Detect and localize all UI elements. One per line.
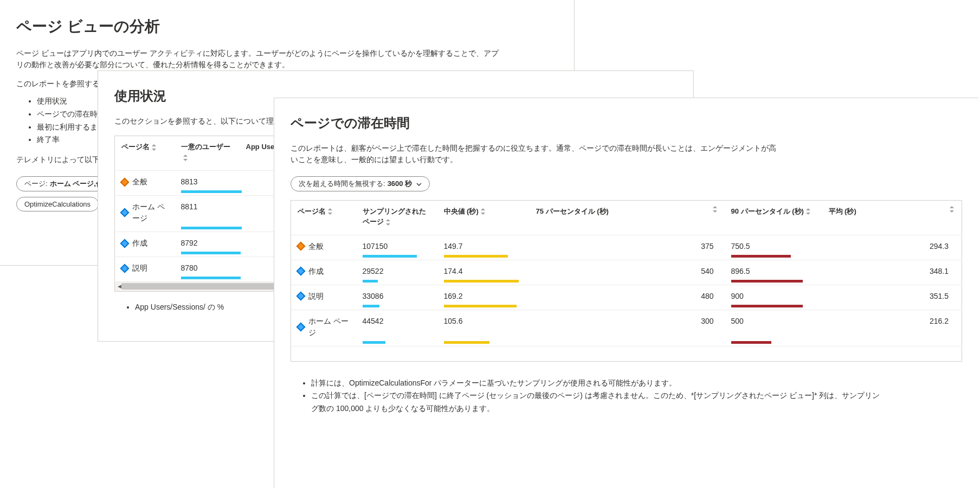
page-name-cell: 作成 [308,266,324,277]
col-page-name[interactable]: ページ名 [115,136,175,171]
filter-pill-ignore-threshold[interactable]: 次を超える時間を無視する: 3600 秒 [291,176,430,191]
sort-icon [713,206,718,213]
chevron-down-icon [416,178,422,189]
p75-value: 300 [701,317,713,325]
sort-icon [328,208,333,215]
bar-indicator [444,255,508,258]
calc-note: 計算には、OptimizeCalculationsFor パラメーターに基づいた… [311,377,880,390]
time-on-page-table: ページ名 サンプリングされたページ 中央値 (秒) 75 パーセンタイル (秒)… [291,200,962,362]
sort-icon [481,208,486,215]
bar-indicator [444,341,489,344]
bar-indicator [181,190,242,193]
bar-indicator [181,277,241,279]
bar-indicator [181,227,242,229]
median-value: 149.7 [444,242,463,251]
avg-value: 351.5 [930,292,949,300]
col-avg[interactable]: 平均 (秒) [822,200,962,235]
p90-value: 750.5 [731,242,750,251]
sort-icon [386,219,391,226]
unique-users-value: 8813 [181,177,198,186]
table-row[interactable]: 作成29522174.4540896.5348.1 [291,260,962,285]
unique-users-value: 8780 [181,264,198,272]
bar-indicator [444,280,519,283]
bar-indicator [444,305,517,307]
page-name-cell: 全般 [308,241,324,252]
series-marker-icon [296,322,306,331]
sort-icon [183,155,189,161]
page-name-cell: 説明 [132,262,147,274]
series-marker-icon [120,177,130,187]
time-description: このレポートは、顧客がページ上で滞在した時間を把握するのに役立ちます。通常、ペー… [291,143,778,165]
page-name-cell: ホーム ページ [308,316,350,338]
sort-icon [806,208,811,215]
series-marker-icon [296,292,306,301]
bar-indicator [731,341,771,344]
unique-users-value: 8811 [181,202,198,211]
p90-value: 500 [731,317,744,325]
sampled-value: 33086 [363,292,384,300]
sampled-value: 44542 [363,317,384,325]
panel-time-on-page: ページでの滞在時間 このレポートは、顧客がページ上で滞在した時間を把握するのに役… [274,98,978,488]
page-name-cell: 全般 [132,176,147,188]
series-marker-icon [120,264,130,273]
section-title-time: ページでの滞在時間 [291,113,962,133]
page-description: ページ ビューはアプリ内でのユーザー アクティビティに対応します。ユーザーがどの… [16,48,504,70]
page-name-cell: ホーム ページ [132,201,168,224]
p75-value: 375 [701,242,713,251]
bar-indicator [731,280,803,283]
series-marker-icon [120,239,130,248]
sampled-value: 107150 [363,242,388,251]
sampled-value: 29522 [363,267,384,275]
page-name-cell: 作成 [132,238,147,249]
series-marker-icon [120,208,130,217]
avg-value: 216.2 [930,317,949,325]
page-title: ページ ビューの分析 [16,15,558,38]
sort-icon [950,206,955,213]
col-median[interactable]: 中央値 (秒) [437,200,530,235]
sort-icon [152,144,157,151]
series-marker-icon [296,267,306,276]
p75-value: 480 [701,292,713,300]
avg-value: 294.3 [930,242,949,251]
filter-pill-optimize[interactable]: OptimizeCalculations [16,197,99,212]
table-row[interactable]: 全般107150149.7375750.5294.3 [291,235,962,260]
col-page-name[interactable]: ページ名 [291,200,356,235]
calc-note: この計算では、[ページでの滞在時間] に終了ページ (セッションの最後のページ)… [311,389,880,415]
median-value: 169.2 [444,292,463,300]
bar-indicator [363,341,385,344]
unique-users-value: 8792 [181,239,198,247]
table-row[interactable]: ホーム ページ44542105.6300500216.2 [291,310,962,346]
table-row[interactable]: 説明33086169.2480900351.5 [291,285,962,310]
col-p90[interactable]: 90 パーセンタイル (秒) [725,200,822,235]
col-p75[interactable]: 75 パーセンタイル (秒) [530,200,725,235]
bar-indicator [363,255,417,258]
avg-value: 348.1 [930,267,949,275]
p90-value: 900 [731,292,744,300]
bar-indicator [363,280,378,283]
median-value: 174.4 [444,267,463,275]
p75-value: 540 [701,267,713,275]
bar-indicator [731,255,791,258]
col-unique-users[interactable]: 一意のユーザー [175,136,240,171]
page-name-cell: 説明 [308,291,324,302]
p90-value: 896.5 [731,267,750,275]
bar-indicator [731,305,803,307]
series-marker-icon [296,242,306,251]
bar-indicator [181,252,241,254]
median-value: 105.6 [444,317,463,325]
bar-indicator [363,305,379,307]
col-sampled[interactable]: サンプリングされたページ [356,200,437,235]
